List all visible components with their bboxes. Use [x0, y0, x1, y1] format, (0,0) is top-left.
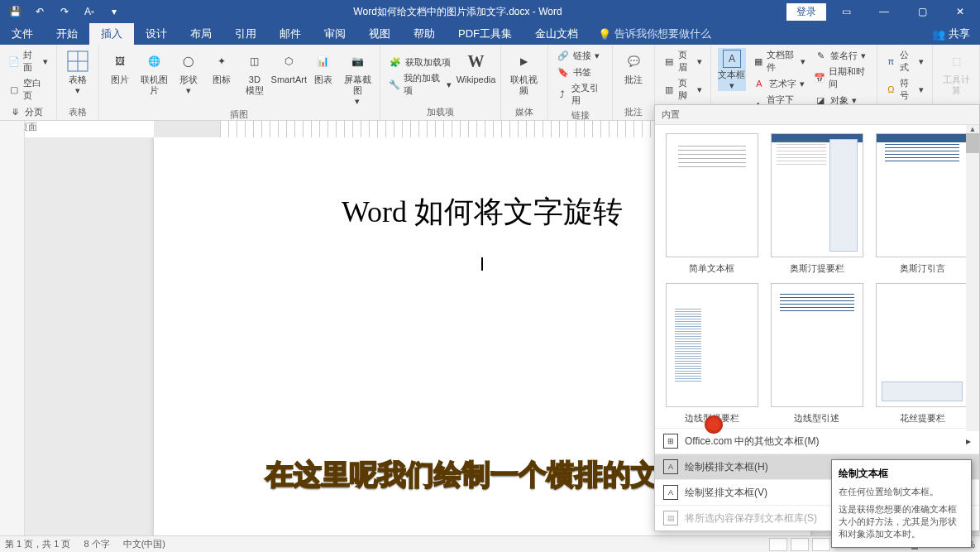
gallery-austin-quote[interactable]: 奥斯汀引言	[874, 133, 971, 275]
header-icon: ▤	[663, 55, 675, 68]
ribbon-display-icon[interactable]: ▭	[828, 0, 864, 23]
cross-ref-button[interactable]: ⤴交叉引用	[555, 81, 606, 108]
bookmark-icon: 🔖	[557, 65, 570, 79]
datetime-button[interactable]: 📅日期和时间	[812, 65, 869, 91]
pictures-button[interactable]: 🖼图片	[106, 48, 134, 85]
tooltip-body2: 这是获得您想要的准确文本框大小的好方法，尤其是为形状和对象添加文本时。	[839, 503, 964, 540]
gallery-banded-sidebar[interactable]: 边线型提要栏	[663, 283, 760, 425]
equation-button[interactable]: π公式▾	[884, 48, 926, 74]
online-pic-icon: 🌐	[142, 50, 165, 73]
tab-wps[interactable]: 金山文档	[523, 23, 590, 45]
3d-model-button[interactable]: ◫3D 模型	[241, 48, 269, 96]
wordart-button[interactable]: A艺术字▾	[751, 76, 807, 91]
group-tables: 表格▾ 表格	[57, 45, 99, 120]
tab-file[interactable]: 文件	[0, 23, 45, 45]
status-page[interactable]: 第 1 页，共 1 页	[5, 538, 70, 550]
footer-button[interactable]: ▥页脚▾	[662, 76, 704, 103]
page-break-button[interactable]: ⤋分页	[7, 104, 50, 119]
table-button[interactable]: 表格▾	[64, 48, 92, 96]
login-button[interactable]: 登录	[786, 3, 826, 21]
tooltip-body1: 在任何位置绘制文本框。	[839, 486, 964, 498]
smartart-button[interactable]: ⬡SmartArt	[274, 48, 304, 85]
vertical-ruler	[0, 137, 25, 535]
chart-button[interactable]: 📊图表	[309, 48, 337, 85]
tab-design[interactable]: 设计	[134, 23, 179, 45]
textbox-button[interactable]: A文本框▾	[718, 48, 746, 91]
symbol-button[interactable]: Ω符号▾	[884, 76, 926, 103]
parts-icon: ▦	[753, 55, 763, 68]
save-icon[interactable]: 💾	[5, 2, 25, 21]
wikipedia-button[interactable]: WWikipedia	[458, 48, 494, 85]
header-button[interactable]: ▤页眉▾	[662, 48, 704, 74]
online-pictures-button[interactable]: 🌐联机图片	[139, 48, 170, 96]
tooltip: 绘制文本框 在任何位置绘制文本框。 这是获得您想要的准确文本框大小的好方法，尤其…	[831, 459, 972, 548]
status-lang[interactable]: 中文(中国)	[123, 538, 165, 550]
close-icon[interactable]: ✕	[942, 0, 978, 23]
font-icon[interactable]: A»	[79, 2, 99, 21]
tab-pdf[interactable]: PDF工具集	[447, 23, 523, 45]
blank-page-button[interactable]: ▢空白页	[7, 76, 50, 103]
tab-mailings[interactable]: 邮件	[268, 23, 313, 45]
read-mode-icon	[769, 538, 787, 551]
picture-icon: 🖼	[108, 50, 131, 73]
save-sel-icon: ▤	[663, 511, 678, 526]
tab-review[interactable]: 审阅	[313, 23, 357, 45]
gallery-banded-quote[interactable]: 边线型引述	[768, 283, 865, 425]
screenshot-button[interactable]: 📷屏幕截图▾	[342, 48, 373, 107]
minimize-icon[interactable]: —	[866, 0, 902, 23]
tell-me-search[interactable]: 💡告诉我你想要做什么	[590, 23, 719, 45]
tab-references[interactable]: 引用	[223, 23, 268, 45]
wikipedia-icon: W	[465, 50, 488, 73]
redo-icon[interactable]: ↷	[55, 2, 74, 21]
group-addins: 🧩获取加载项 🔧我的加载项▾ WWikipedia 加载项	[380, 45, 501, 120]
title-bar: 💾 ↶ ↷ A» ▾ Word如何给文档中的图片添加文字.docx - Word…	[0, 0, 980, 23]
status-words[interactable]: 8 个字	[84, 538, 109, 550]
smartart-icon: ⬡	[277, 50, 300, 73]
group-illustrations: 🖼图片 🌐联机图片 ◯形状▾ ✦图标 ◫3D 模型 ⬡SmartArt 📊图表 …	[99, 45, 380, 120]
textbox-icon: A	[723, 50, 741, 68]
group-pages: 📄封面▾ ▢空白页 ⤋分页 页面	[0, 45, 57, 120]
gallery-austin-sidebar[interactable]: 奥斯汀提要栏	[768, 133, 865, 275]
gallery-scrollbar[interactable]: ▲	[966, 125, 979, 431]
tab-view[interactable]: 视图	[357, 23, 402, 45]
comment-button[interactable]: 💬批注	[619, 48, 648, 85]
wordart-icon: A	[753, 77, 766, 90]
table-icon	[66, 50, 89, 73]
draw-h-icon: A	[663, 459, 678, 474]
get-addins-button[interactable]: 🧩获取加载项	[387, 55, 453, 70]
office-icon: ⊞	[663, 434, 678, 449]
icons-button[interactable]: ✦图标	[208, 48, 236, 85]
quick-access-toolbar: 💾 ↶ ↷ A» ▾	[0, 2, 129, 21]
signature-button[interactable]: ✎签名行▾	[812, 48, 869, 63]
tool-calc-button: ⬚工具计算	[939, 48, 973, 96]
tab-insert[interactable]: 插入	[89, 23, 134, 45]
tab-home[interactable]: 开始	[45, 23, 89, 45]
undo-icon[interactable]: ↶	[30, 2, 50, 21]
gallery-more-office[interactable]: ⊞Office.com 中的其他文本框(M)▸	[655, 428, 979, 454]
shapes-button[interactable]: ◯形状▾	[174, 48, 203, 96]
view-buttons[interactable]	[769, 538, 830, 551]
break-icon: ⤋	[8, 105, 22, 118]
qat-more-icon[interactable]: ▾	[104, 2, 124, 21]
video-subtitle: 在这里呢我们绘制一个横排的文本框	[265, 456, 715, 494]
calc-icon: ⬚	[944, 50, 968, 73]
gallery-filigree-sidebar[interactable]: 花丝提要栏	[874, 283, 971, 425]
tab-layout[interactable]: 布局	[179, 23, 223, 45]
bookmark-button[interactable]: 🔖书签	[555, 65, 606, 79]
quick-parts-button[interactable]: ▦文档部件▾	[751, 48, 807, 74]
share-button[interactable]: 👥共享	[922, 23, 980, 45]
gallery-simple-textbox[interactable]: 简单文本框	[663, 133, 760, 275]
cover-page-button[interactable]: 📄封面▾	[7, 48, 50, 74]
my-addins-button[interactable]: 🔧我的加载项▾	[387, 71, 453, 98]
chart-icon: 📊	[312, 50, 335, 73]
maximize-icon[interactable]: ▢	[904, 0, 940, 23]
web-layout-icon	[812, 538, 830, 551]
tab-help[interactable]: 帮助	[402, 23, 447, 45]
cursor-indicator	[705, 415, 723, 434]
shapes-icon: ◯	[177, 50, 200, 73]
omega-icon: Ω	[886, 83, 897, 96]
screenshot-icon: 📷	[346, 50, 369, 73]
draw-v-icon: A	[663, 485, 678, 500]
link-button[interactable]: 🔗链接▾	[555, 48, 606, 63]
online-video-button[interactable]: ▶联机视频	[508, 48, 541, 96]
